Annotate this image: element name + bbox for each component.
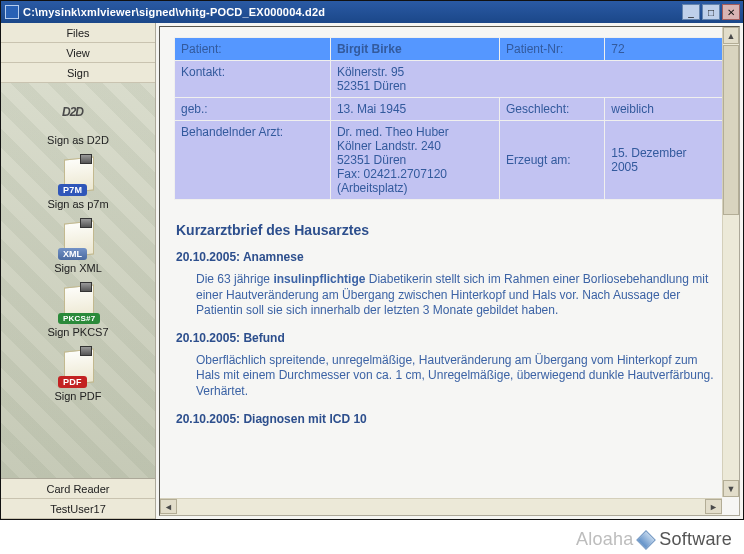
menu-card-reader[interactable]: Card Reader — [1, 479, 155, 499]
pdf-icon: PDF — [58, 376, 87, 388]
value-arzt: Dr. med. Theo Huber Kölner Landstr. 240 … — [330, 121, 499, 200]
scroll-left-icon[interactable]: ◄ — [160, 499, 177, 514]
sign-label: Sign PDF — [3, 390, 153, 402]
label-erzeugt: Erzeugt am: — [500, 121, 605, 200]
sign-as-d2d[interactable]: D2D Sign as D2D — [3, 89, 153, 149]
p7m-icon: P7M — [58, 184, 87, 196]
pkcs7-icon: PKCS#7 — [58, 313, 100, 324]
sign-label: Sign as p7m — [3, 198, 153, 210]
menu-sign[interactable]: Sign — [1, 63, 155, 83]
brand-text-1: Aloaha — [576, 529, 633, 550]
main-window: C:\mysink\xmlviewer\signed\vhitg-POCD_EX… — [0, 0, 744, 520]
close-button[interactable]: ✕ — [722, 4, 740, 20]
scroll-right-icon[interactable]: ► — [705, 499, 722, 514]
app-icon — [5, 5, 19, 19]
brand-logo-icon — [636, 530, 656, 550]
scroll-up-icon[interactable]: ▲ — [723, 27, 739, 44]
doc-title: Kurzarztbrief des Hausarztes — [176, 222, 723, 238]
sign-pkcs7[interactable]: PKCS#7 Sign PKCS7 — [3, 281, 153, 341]
value-geschlecht: weiblich — [605, 98, 725, 121]
section-heading-anamnese: 20.10.2005: Anamnese — [176, 250, 723, 264]
label-patient-nr: Patient-Nr: — [500, 38, 605, 61]
sign-label: Sign PKCS7 — [3, 326, 153, 338]
label-geb: geb.: — [175, 98, 331, 121]
value-geb: 13. Mai 1945 — [330, 98, 499, 121]
titlebar[interactable]: C:\mysink\xmlviewer\signed\vhitg-POCD_EX… — [1, 1, 743, 23]
menu-user[interactable]: TestUser17 — [1, 499, 155, 519]
section-body-anamnese: Die 63 jährige insulinpflichtige Diabeti… — [196, 272, 723, 319]
window-title: C:\mysink\xmlviewer\signed\vhitg-POCD_EX… — [23, 6, 682, 18]
sign-as-p7m[interactable]: P7M Sign as p7m — [3, 153, 153, 213]
section-heading-diagnosen: 20.10.2005: Diagnosen mit ICD 10 — [176, 412, 723, 426]
xml-icon: XML — [58, 248, 87, 260]
label-patient: Patient: — [175, 38, 331, 61]
viewer-content[interactable]: Patient: Birgit Birke Patient-Nr: 72 Kon… — [160, 27, 739, 454]
sign-panel: D2D Sign as D2D P7M Sign as p7m XML — [1, 83, 155, 478]
brand-footer: Aloaha Software — [576, 529, 732, 550]
label-kontakt: Kontakt: — [175, 61, 331, 98]
value-erzeugt: 15. Dezember 2005 — [605, 121, 725, 200]
scroll-thumb[interactable] — [723, 45, 739, 215]
scrollbar-horizontal[interactable]: ◄ ► — [160, 498, 722, 515]
maximize-button[interactable]: □ — [702, 4, 720, 20]
d2d-icon: D2D — [62, 105, 83, 119]
sign-label: Sign XML — [3, 262, 153, 274]
sign-xml[interactable]: XML Sign XML — [3, 217, 153, 277]
section-body-befund: Oberflächlich spreitende, unregelmäßige,… — [196, 353, 723, 400]
document-body: Kurzarztbrief des Hausarztes 20.10.2005:… — [174, 200, 725, 454]
document-viewer: Patient: Birgit Birke Patient-Nr: 72 Kon… — [156, 23, 743, 519]
value-kontakt: Kölnerstr. 95 52351 Düren — [330, 61, 724, 98]
scrollbar-vertical[interactable]: ▲ ▼ — [722, 27, 739, 497]
scroll-down-icon[interactable]: ▼ — [723, 480, 739, 497]
menu-view[interactable]: View — [1, 43, 155, 63]
sign-pdf[interactable]: PDF Sign PDF — [3, 345, 153, 405]
sidebar: Files View Sign D2D Sign as D2D P7M Sign… — [1, 23, 156, 519]
value-patient-nr: 72 — [605, 38, 725, 61]
menu-files[interactable]: Files — [1, 23, 155, 43]
minimize-button[interactable]: _ — [682, 4, 700, 20]
label-geschlecht: Geschlecht: — [500, 98, 605, 121]
patient-info-table: Patient: Birgit Birke Patient-Nr: 72 Kon… — [174, 37, 725, 200]
section-heading-befund: 20.10.2005: Befund — [176, 331, 723, 345]
brand-text-2: Software — [659, 529, 732, 550]
sign-label: Sign as D2D — [3, 134, 153, 146]
value-patient-name: Birgit Birke — [330, 38, 499, 61]
label-arzt: Behandelnder Arzt: — [175, 121, 331, 200]
